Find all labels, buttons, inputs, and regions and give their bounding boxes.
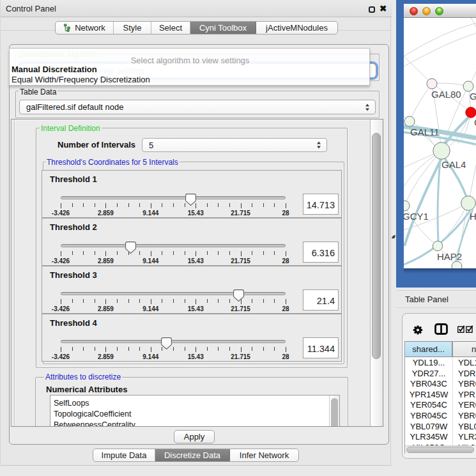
control-panel-titlebar: Control Panel ✖: [1, 0, 392, 17]
major-tick: [241, 251, 242, 256]
minor-tick: [72, 251, 73, 255]
network-node-gal80[interactable]: [427, 79, 437, 89]
major-tick: [196, 251, 196, 256]
zoom-traffic-light-icon[interactable]: [435, 7, 443, 15]
tab-network[interactable]: Network: [56, 22, 114, 34]
tab-select[interactable]: Select: [151, 22, 190, 34]
threshold-1-value-field[interactable]: 14.713: [303, 194, 339, 215]
minor-tick: [274, 347, 275, 351]
table-row[interactable]: YDL19...YDL1: [405, 358, 476, 369]
column-header-name[interactable]: n: [452, 341, 476, 357]
table-horizontal-scrollbar-thumb[interactable]: [406, 447, 474, 453]
threshold-3-value-field[interactable]: 21.4: [303, 289, 339, 311]
apply-button[interactable]: Apply: [174, 430, 215, 443]
cell-shared-name: YDR27...: [405, 369, 452, 378]
minor-tick: [229, 203, 230, 207]
settings-vertical-scrollbar[interactable]: [370, 119, 383, 426]
major-tick: [151, 347, 151, 352]
threshold-1-panel: Threshold 1-3.4262.8599.14415.4321.71528…: [42, 170, 342, 218]
float-window-icon[interactable]: [369, 6, 375, 13]
attributes-list-scrollbar[interactable]: [329, 395, 339, 427]
minor-tick: [117, 299, 118, 303]
threshold-4-slider-thumb[interactable]: [161, 337, 172, 349]
gear-icon[interactable]: [413, 325, 423, 335]
table-row[interactable]: YBL079WYBL0: [405, 422, 476, 433]
settings-scrollpane: Interval Definition Number of Intervals …: [11, 119, 383, 427]
close-traffic-light-icon[interactable]: [410, 7, 418, 15]
popup-item-equal-width[interactable]: Equal Width/Frequency Discretization: [12, 75, 150, 84]
table-data-combobox[interactable]: galFiltered.sif default node: [19, 100, 376, 114]
table-row[interactable]: YPR145WYPR1: [405, 390, 476, 401]
major-tick: [105, 251, 106, 256]
network-edge-highlighted: [438, 159, 440, 242]
cell-shared-name: YBR045C: [405, 411, 452, 420]
close-icon[interactable]: ✖: [380, 3, 387, 13]
number-of-intervals-combobox[interactable]: 5: [142, 138, 327, 152]
cell-shared-name: YDL19...: [405, 358, 452, 367]
network-graph: GAL80GAGGAL11GAL4GCY1HHAP2: [404, 18, 476, 268]
table-horizontal-scrollbar[interactable]: [405, 445, 476, 454]
threshold-3-slider-thumb[interactable]: [233, 289, 244, 302]
network-node-hap2[interactable]: [433, 241, 442, 250]
split-view-icon[interactable]: [434, 323, 448, 335]
threshold-2-value-field[interactable]: 6.316: [303, 242, 339, 263]
checkbox-icon[interactable]: [457, 325, 465, 333]
network-node[interactable]: [452, 261, 462, 268]
table-row[interactable]: YBR043CYBR0: [405, 379, 476, 390]
column-header-shared-name[interactable]: shared...: [405, 341, 452, 357]
major-tick: [286, 299, 286, 304]
slider-thumb-icon: [233, 289, 244, 302]
threshold-4-value-field[interactable]: 11.344: [303, 337, 339, 358]
tab-label: Discretize Data: [164, 450, 220, 460]
popup-hint-item[interactable]: Select algorithm to view settings: [12, 56, 369, 65]
threshold-1-slider-track[interactable]: [61, 196, 286, 199]
major-tick: [286, 251, 286, 256]
threshold-1-slider-thumb[interactable]: [185, 194, 196, 206]
threshold-2-slider-thumb[interactable]: [125, 242, 136, 254]
table-row[interactable]: YER054CYER0: [405, 400, 476, 411]
cell-name: YER0: [458, 400, 476, 410]
minor-tick: [83, 299, 84, 303]
threshold-2-slider-track[interactable]: [61, 244, 286, 247]
minor-tick: [252, 251, 252, 255]
minor-tick: [83, 203, 84, 207]
minor-tick: [173, 251, 174, 255]
network-node-g[interactable]: [466, 107, 476, 118]
table-row[interactable]: YBR045CYBR0: [405, 411, 476, 422]
popup-item-manual-discretization[interactable]: Manual Discretization: [12, 65, 97, 74]
network-canvas[interactable]: GAL80GAGGAL11GAL4GCY1HHAP2: [404, 18, 476, 268]
threshold-3-slider-track[interactable]: [61, 292, 286, 295]
tab-label: Select: [159, 23, 182, 33]
table-panel-title: Table Panel: [405, 295, 449, 304]
table-row[interactable]: YLR345WYLR3: [405, 432, 476, 443]
attribute-item-betweennesscentrality[interactable]: BetweennessCentrality: [54, 420, 135, 427]
algorithm-dropdown-popup: Select algorithm to view settings Manual…: [9, 48, 370, 86]
tick-label: 9.144: [142, 353, 158, 360]
settings-vertical-scrollbar-thumb[interactable]: [372, 133, 381, 359]
tab-discretize-data[interactable]: Discretize Data: [155, 449, 230, 461]
network-node-gcy1[interactable]: [404, 201, 410, 211]
tab-style[interactable]: Style: [114, 22, 151, 34]
network-node-h[interactable]: [461, 196, 476, 211]
threshold-4-slider-track[interactable]: [61, 340, 286, 343]
tab-impute-data[interactable]: Impute Data: [93, 449, 155, 461]
network-node-label: H: [470, 211, 476, 222]
minor-tick: [218, 203, 219, 207]
checkbox-icon[interactable]: [466, 325, 473, 333]
attribute-item-selfloops[interactable]: SelfLoops: [54, 399, 89, 408]
network-node-ga[interactable]: [463, 81, 473, 91]
minor-tick: [139, 347, 140, 351]
tab-jactivemnodules[interactable]: jActiveMNodules: [256, 22, 337, 34]
network-node-gal4[interactable]: [433, 142, 450, 159]
minimize-traffic-light-icon[interactable]: [422, 7, 431, 15]
tick-label: 21.715: [231, 210, 250, 217]
minor-tick: [95, 203, 95, 207]
tab-cyni-toolbox[interactable]: Cyni Toolbox: [190, 22, 256, 34]
cell-name: YLR3: [458, 432, 476, 441]
attributes-list-scrollbar-thumb[interactable]: [331, 398, 338, 427]
attribute-item-topologicalcoefficient[interactable]: TopologicalCoefficient: [54, 410, 131, 418]
tick-label: -3.426: [52, 353, 70, 360]
tab-infer-network[interactable]: Infer Network: [230, 449, 298, 461]
network-node-gal11[interactable]: [404, 116, 415, 127]
table-row[interactable]: YDR27...YDR2: [405, 369, 476, 380]
